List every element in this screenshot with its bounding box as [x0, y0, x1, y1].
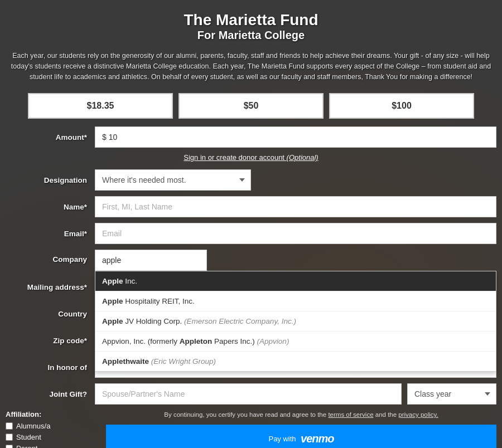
page-description: Each year, our students rely on the gene… — [6, 51, 496, 82]
amount-buttons-group: $18.35 $50 $100 — [6, 93, 496, 119]
email-label: Email* — [6, 230, 95, 238]
payment-section: By continuing, you certify you have read… — [106, 410, 496, 448]
venmo-prefix-text: Pay with — [268, 435, 296, 443]
company-input[interactable] — [95, 250, 207, 271]
joint-gift-inputs: Class year 2020 2021 2022 2023 2024 — [95, 383, 496, 405]
privacy-link[interactable]: privacy policy. — [398, 411, 438, 418]
email-row: Email* — [6, 223, 496, 244]
affiliation-title: Affiliation: — [6, 410, 95, 418]
dropdown-item-applethwaite[interactable]: Applethwaite (Eric Wright Group) — [95, 352, 496, 371]
amount-input-wrapper: $ — [95, 126, 496, 148]
company-label: Company — [6, 250, 95, 264]
amount-button-100[interactable]: $100 — [329, 93, 474, 119]
dropdown-item-appvion[interactable]: Appvion, Inc. (formerly Appleton Papers … — [95, 332, 496, 352]
joint-gift-row: Joint Gift? Class year 2020 2021 2022 20… — [6, 383, 496, 405]
affiliation-item-student[interactable]: Student — [6, 433, 95, 441]
page-container: The Marietta Fund For Marietta College E… — [6, 11, 496, 448]
amount-row: Amount* $ — [6, 126, 496, 148]
affiliation-section: Affiliation: Alumnus/a Student Parent Fa… — [6, 410, 95, 448]
signin-link[interactable]: Sign in or create donor account (Optiona… — [184, 153, 318, 162]
dropdown-item-apple-hospitality[interactable]: Apple Hospitality REIT, Inc. — [95, 291, 496, 311]
email-input[interactable] — [95, 223, 496, 244]
amount-button-50[interactable]: $50 — [178, 93, 324, 119]
amount-label: Amount* — [6, 133, 95, 142]
joint-name-input[interactable] — [95, 383, 402, 405]
amount-button-1835[interactable]: $18.35 — [28, 93, 173, 119]
country-label: Country — [6, 310, 95, 318]
bottom-section: Affiliation: Alumnus/a Student Parent Fa… — [6, 410, 496, 448]
affiliation-checkbox-student[interactable] — [6, 434, 13, 441]
dollar-sign: $ — [102, 133, 107, 142]
company-autocomplete: Apple Inc. Apple Hospitality REIT, Inc. … — [95, 250, 496, 271]
affiliation-item-parent[interactable]: Parent — [6, 444, 95, 448]
name-row: Name* — [6, 196, 496, 217]
terms-text: By continuing, you certify you have read… — [106, 410, 496, 419]
page-subtitle: For Marietta College — [6, 29, 496, 42]
affiliation-checkbox-alumnus[interactable] — [6, 422, 13, 430]
tos-link[interactable]: terms of service — [328, 411, 373, 418]
class-year-select[interactable]: Class year 2020 2021 2022 2023 2024 — [407, 383, 496, 405]
zip-code-label: Zip code* — [6, 337, 95, 345]
affiliation-item-alumnus[interactable]: Alumnus/a — [6, 422, 95, 430]
designation-select[interactable]: Where it's needed most. Scholarship Fund… — [95, 169, 251, 191]
affiliation-checkbox-parent[interactable] — [6, 445, 13, 448]
in-honor-label: In honor of — [6, 363, 95, 372]
name-input[interactable] — [95, 196, 496, 217]
designation-label: Designation — [6, 176, 95, 184]
signin-section: Sign in or create donor account (Optiona… — [6, 153, 496, 162]
page-header: The Marietta Fund For Marietta College — [6, 11, 496, 42]
dropdown-item-apple-jv[interactable]: Apple JV Holding Corp. (Emerson Electric… — [95, 311, 496, 332]
designation-row: Designation Where it's needed most. Scho… — [6, 169, 496, 191]
amount-input[interactable] — [109, 127, 489, 147]
mailing-address-label: Mailing address* — [6, 283, 95, 291]
page-title: The Marietta Fund — [6, 11, 496, 29]
company-row: Company Apple Inc. Apple Hospitality REI… — [6, 250, 496, 271]
autocomplete-dropdown: Apple Inc. Apple Hospitality REIT, Inc. … — [95, 271, 496, 372]
pay-venmo-button[interactable]: Pay with venmo — [106, 425, 496, 448]
venmo-logo: venmo — [301, 432, 334, 445]
name-label: Name* — [6, 203, 95, 211]
joint-gift-label: Joint Gift? — [6, 390, 95, 398]
dropdown-item-apple-inc[interactable]: Apple Inc. — [95, 271, 496, 291]
